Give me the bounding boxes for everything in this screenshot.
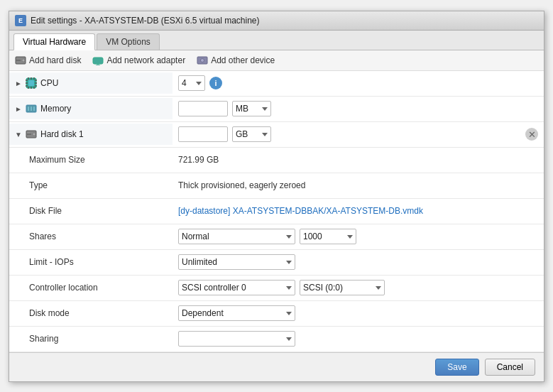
svg-point-7 xyxy=(201,58,204,62)
cancel-button[interactable]: Cancel xyxy=(485,359,535,376)
limit-iops-label: Limit - IOPs xyxy=(29,257,74,267)
add-network-adapter-label: Add network adapter xyxy=(106,55,185,65)
svg-rect-3 xyxy=(93,58,103,64)
limit-iops-header: Limit - IOPs xyxy=(9,253,173,271)
save-button[interactable]: Save xyxy=(435,359,478,376)
controller-location-label: Controller location xyxy=(29,283,98,293)
shares-row: Shares Normal Low High Custom 1000 xyxy=(9,224,544,250)
shares-label: Shares xyxy=(29,232,56,241)
title-bar: E Edit settings - XA-ATSYSTEM-DB (ESXi 6… xyxy=(9,11,544,31)
controller-location-row: Controller location SCSI controller 0 SC… xyxy=(9,276,544,301)
sharing-header: Sharing xyxy=(9,330,173,348)
disk-file-label: Disk File xyxy=(29,206,62,216)
hard-disk-label: Hard disk 1 xyxy=(40,129,84,139)
remove-disk-button[interactable]: ✕ xyxy=(525,128,538,141)
svg-point-1 xyxy=(22,59,25,62)
type-header: Type xyxy=(9,176,173,195)
memory-expand-arrow[interactable]: ► xyxy=(15,105,22,113)
disk-mode-header: Disk mode xyxy=(9,304,173,322)
disk-mode-controls: Dependent Independent - persistent Indep… xyxy=(173,303,544,324)
type-value: Thick provisioned, eagerly zeroed xyxy=(173,178,544,193)
hard-disk-icon xyxy=(25,128,38,141)
svg-rect-24 xyxy=(31,107,32,111)
tab-vm-options[interactable]: VM Options xyxy=(97,33,160,50)
hard-disk-unit-select[interactable]: GB MB TB xyxy=(232,126,271,142)
disk-file-header: Disk File xyxy=(9,202,173,220)
memory-controls: 8192 MB GB xyxy=(173,98,544,119)
disk-file-text[interactable]: [dy-datastore] XA-ATSYSTEM-DBBAK/XA-ATSY… xyxy=(178,206,423,216)
shares-select[interactable]: Normal Low High Custom xyxy=(178,229,295,244)
memory-unit-select[interactable]: MB GB xyxy=(232,101,271,116)
cpu-icon xyxy=(25,77,38,89)
add-network-adapter-button[interactable]: Add network adapter xyxy=(92,55,185,66)
window-icon: E xyxy=(15,15,26,26)
add-other-device-button[interactable]: Add other device xyxy=(197,55,275,66)
hardware-content: ► CPU 4 1 2 8 16 i ► xyxy=(9,71,544,352)
controller-location-header: Controller location xyxy=(9,278,173,297)
disk-file-row: Disk File [dy-datastore] XA-ATSYSTEM-DBB… xyxy=(9,199,544,224)
shares-num-select[interactable]: 1000 xyxy=(300,229,356,244)
cpu-controls: 4 1 2 8 16 i xyxy=(173,72,544,94)
controller-select[interactable]: SCSI controller 0 xyxy=(178,280,295,295)
memory-label: Memory xyxy=(40,104,71,114)
max-size-label: Maximum Size xyxy=(29,155,85,165)
add-other-device-label: Add other device xyxy=(211,55,275,65)
window-title: Edit settings - XA-ATSYSTEM-DB (ESXi 6.5… xyxy=(31,16,260,26)
svg-point-27 xyxy=(33,133,35,136)
hard-disk-size-input[interactable]: 200 xyxy=(178,126,228,142)
main-window: E Edit settings - XA-ATSYSTEM-DB (ESXi 6… xyxy=(9,11,544,382)
hard-disk-row: ▼ Hard disk 1 200 GB MB TB ✕ xyxy=(9,122,544,148)
cpu-header: ► CPU xyxy=(9,72,173,94)
network-adapter-icon xyxy=(92,55,104,66)
svg-rect-25 xyxy=(33,107,35,111)
memory-row: ► Memory 8192 MB GB xyxy=(9,97,544,122)
tab-virtual-hardware[interactable]: Virtual Hardware xyxy=(13,33,95,50)
type-label: Type xyxy=(29,180,48,190)
sharing-select[interactable] xyxy=(178,331,295,347)
limit-iops-controls: Unlimited Custom xyxy=(173,251,544,273)
add-hard-disk-button[interactable]: Add hard disk xyxy=(15,55,81,66)
memory-header: ► Memory xyxy=(9,98,173,119)
sharing-controls xyxy=(173,328,544,349)
max-size-text: 721.99 GB xyxy=(178,155,219,165)
sharing-label: Sharing xyxy=(29,334,58,344)
hard-disk-expand-arrow[interactable]: ▼ xyxy=(15,131,22,138)
tab-bar: Virtual Hardware VM Options xyxy=(9,31,544,50)
controller-location-controls: SCSI controller 0 SCSI (0:0) SCSI (0:1) xyxy=(173,277,544,298)
limit-iops-select[interactable]: Unlimited Custom xyxy=(178,254,295,270)
add-hard-disk-label: Add hard disk xyxy=(29,55,81,65)
toolbar: Add hard disk Add network adapter Add ot… xyxy=(9,50,544,71)
max-size-header: Maximum Size xyxy=(9,151,173,169)
memory-value-input[interactable]: 8192 xyxy=(178,101,228,116)
svg-rect-23 xyxy=(28,107,29,111)
limit-iops-row: Limit - IOPs Unlimited Custom xyxy=(9,250,544,276)
cpu-expand-arrow[interactable]: ► xyxy=(15,80,22,87)
memory-icon xyxy=(25,102,38,115)
other-device-icon xyxy=(197,55,208,66)
sharing-row: Sharing xyxy=(9,327,544,352)
cpu-count-select[interactable]: 4 1 2 8 16 xyxy=(178,75,205,91)
disk-mode-row: Disk mode Dependent Independent - persis… xyxy=(9,301,544,327)
type-text: Thick provisioned, eagerly zeroed xyxy=(178,180,305,190)
type-row: Type Thick provisioned, eagerly zeroed xyxy=(9,173,544,199)
shares-controls: Normal Low High Custom 1000 xyxy=(173,226,544,247)
footer: Save Cancel xyxy=(9,352,544,381)
hard-disk-header: ▼ Hard disk 1 xyxy=(9,124,173,145)
hard-disk-icon xyxy=(15,55,26,66)
hard-disk-controls: 200 GB MB TB ✕ xyxy=(173,124,544,145)
disk-mode-select[interactable]: Dependent Independent - persistent Indep… xyxy=(178,305,295,321)
cpu-row: ► CPU 4 1 2 8 16 i xyxy=(9,71,544,97)
cpu-info-button[interactable]: i xyxy=(209,77,222,89)
svg-rect-9 xyxy=(28,80,34,86)
max-size-value: 721.99 GB xyxy=(173,152,544,168)
disk-file-value: [dy-datastore] XA-ATSYSTEM-DBBAK/XA-ATSY… xyxy=(173,203,544,219)
max-size-row: Maximum Size 721.99 GB xyxy=(9,148,544,173)
controller-port-select[interactable]: SCSI (0:0) SCSI (0:1) xyxy=(300,280,385,295)
disk-mode-label: Disk mode xyxy=(29,308,70,318)
shares-header: Shares xyxy=(9,227,173,246)
cpu-label: CPU xyxy=(40,78,58,88)
